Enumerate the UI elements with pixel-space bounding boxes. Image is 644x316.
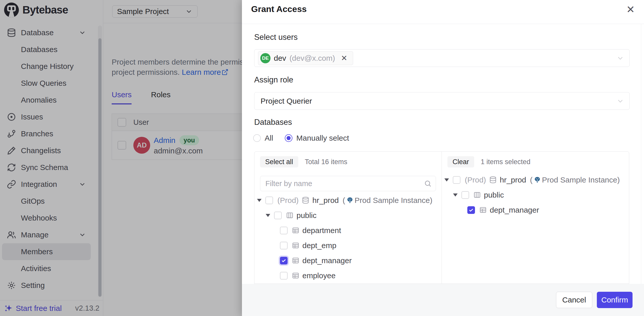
node-name: dept_manager [490, 206, 539, 214]
radio-all[interactable]: All [253, 134, 273, 142]
chip-user-name: dev [274, 54, 286, 63]
modal-scroll-edge [641, 24, 641, 284]
node-name: dept_manager [302, 256, 352, 265]
checkbox[interactable] [265, 197, 273, 204]
filter-field [260, 176, 436, 191]
caret-down-icon[interactable] [257, 199, 262, 202]
tree-row-database[interactable]: (Prod) hr_prod (Prod Sample Instance) [442, 172, 629, 187]
modal-header-divider [242, 24, 644, 24]
avatar: DE [260, 53, 271, 63]
chevron-down-icon [616, 54, 624, 62]
caret-down-icon[interactable] [266, 214, 270, 217]
cancel-button[interactable]: Cancel [556, 292, 592, 308]
checkbox[interactable] [467, 206, 475, 214]
radio-icon[interactable] [285, 134, 292, 142]
node-name: hr_prod [500, 176, 526, 184]
checkbox[interactable] [280, 272, 288, 279]
chip-user-email: (dev@x.com) [289, 54, 335, 63]
role-select[interactable]: Project Querier [254, 92, 630, 110]
select-users-label: Select users [254, 33, 298, 42]
schema-icon [286, 212, 293, 219]
clear-button[interactable]: Clear [447, 156, 474, 167]
tree-row-table[interactable]: dept_manager [442, 202, 629, 217]
node-name: public [484, 191, 504, 199]
source-panel: Select all Total 16 items (Prod) hr_prod… [254, 152, 442, 284]
selected-count-label: 1 items selected [481, 158, 531, 166]
select-all-button[interactable]: Select all [260, 156, 298, 167]
tree-row-table[interactable]: dept_emp [254, 238, 442, 253]
confirm-button[interactable]: Confirm [597, 292, 633, 308]
env-label: (Prod) [277, 196, 299, 205]
close-icon[interactable]: ✕ [625, 4, 636, 15]
table-icon [292, 242, 299, 249]
tree-row-schema[interactable]: public [442, 187, 629, 202]
database-scope-radios: All Manually select [253, 134, 349, 142]
tree-row-table[interactable]: employee [254, 268, 442, 283]
node-name: employee [302, 271, 336, 280]
node-name: dept_emp [302, 241, 336, 250]
checkbox[interactable] [274, 212, 282, 219]
chevron-down-icon [616, 97, 624, 105]
database-icon [489, 176, 497, 184]
checkbox[interactable] [280, 242, 288, 249]
env-label: (Prod) [465, 176, 486, 184]
caret-down-icon[interactable] [453, 193, 458, 197]
filter-input[interactable] [265, 179, 422, 188]
selected-user-chip: DE dev (dev@x.com) ✕ [258, 51, 353, 65]
table-icon [479, 206, 487, 214]
table-icon [292, 257, 299, 264]
table-icon [292, 272, 299, 279]
database-icon [302, 197, 309, 204]
checkbox[interactable] [453, 176, 460, 184]
instance-label: (Prod Sample Instance) [530, 176, 620, 184]
tree-row-schema[interactable]: public [254, 208, 442, 223]
node-name: hr_prod [312, 196, 339, 205]
tree-row-table[interactable]: dept_manager [254, 253, 442, 268]
assign-role-label: Assign role [254, 75, 293, 84]
schema-icon [473, 191, 481, 199]
selected-panel: Clear 1 items selected (Prod) hr_prod (P… [442, 152, 629, 284]
role-value: Project Querier [261, 97, 312, 105]
source-tree: (Prod) hr_prod (Prod Sample Instance) pu… [254, 193, 442, 283]
select-users-input[interactable]: DE dev (dev@x.com) ✕ [254, 49, 630, 67]
modal-footer: Cancel Confirm [242, 284, 644, 316]
checkbox[interactable] [280, 257, 288, 264]
instance-label: (Prod Sample Instance) [343, 196, 432, 205]
radio-manually-select[interactable]: Manually select [285, 134, 349, 142]
checkbox[interactable] [280, 227, 288, 234]
databases-label: Databases [254, 118, 292, 127]
radio-icon[interactable] [253, 134, 261, 142]
remove-user-icon[interactable]: ✕ [339, 53, 349, 63]
database-transfer-box: Select all Total 16 items (Prod) hr_prod… [254, 151, 629, 284]
selected-tree: (Prod) hr_prod (Prod Sample Instance) pu… [442, 172, 629, 217]
grant-access-modal: Grant Access ✕ Select users DE dev (dev@… [242, 0, 644, 316]
modal-title: Grant Access [251, 4, 307, 14]
tree-row-table[interactable]: department [254, 223, 442, 238]
postgres-icon [534, 176, 541, 183]
table-icon [292, 227, 299, 234]
tree-row-database[interactable]: (Prod) hr_prod (Prod Sample Instance) [254, 193, 442, 208]
total-items-label: Total 16 items [305, 158, 347, 166]
node-name: public [297, 211, 316, 220]
search-icon [424, 180, 432, 187]
caret-down-icon[interactable] [444, 178, 449, 181]
postgres-icon [346, 197, 353, 204]
checkbox[interactable] [461, 191, 469, 199]
node-name: department [302, 226, 341, 235]
